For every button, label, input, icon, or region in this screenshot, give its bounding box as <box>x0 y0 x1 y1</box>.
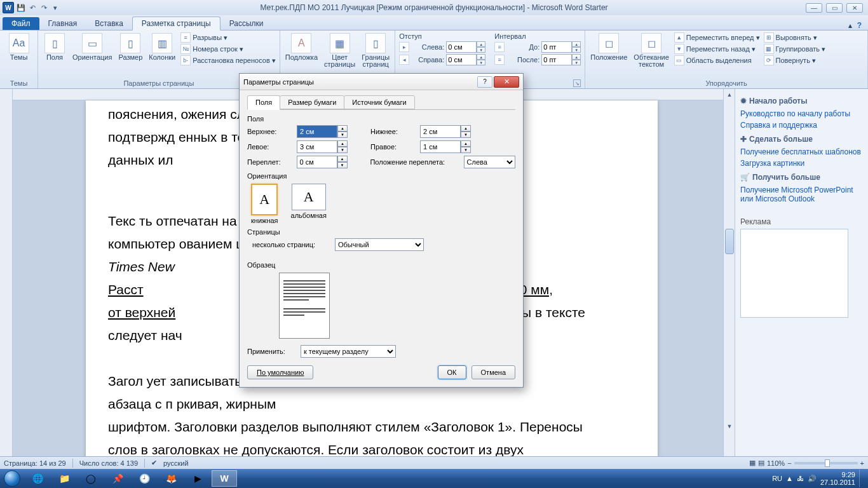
tb-ie-icon[interactable]: 🌐 <box>25 470 50 487</box>
dlg-tab-source[interactable]: Источник бумаги <box>344 95 414 109</box>
tab-page-layout[interactable]: Разметка страницы <box>132 17 220 30</box>
ok-button[interactable]: ОК <box>438 365 466 379</box>
down-icon[interactable]: ▼ <box>572 47 581 53</box>
spacing-before-spin[interactable]: ▲▼ <box>541 41 581 53</box>
indent-right-input[interactable] <box>446 54 477 65</box>
status-proofing-icon[interactable]: ✔ <box>151 459 157 467</box>
down-icon[interactable]: ▼ <box>461 147 471 153</box>
tb-explorer-icon[interactable]: 📁 <box>51 470 77 487</box>
page-borders-button[interactable]: ▯Границы страниц <box>360 32 391 69</box>
sp-link-templates[interactable]: Получение бесплатных шаблонов <box>740 146 863 158</box>
input-bottom[interactable] <box>420 125 461 138</box>
tab-file[interactable]: Файл <box>3 17 39 30</box>
indent-left-input[interactable] <box>446 41 477 53</box>
zoom-in-icon[interactable]: + <box>860 459 864 467</box>
tb-clock-icon[interactable]: 🕘 <box>132 470 157 487</box>
start-button[interactable] <box>0 469 24 488</box>
select-gutter-pos[interactable]: Слева <box>464 156 515 168</box>
up-icon[interactable]: ▲ <box>477 41 485 47</box>
spacing-after-input[interactable] <box>541 54 572 65</box>
zoom-value[interactable]: 110% <box>767 459 785 467</box>
send-back-button[interactable]: ▼Переместить назад ▾ <box>674 43 760 55</box>
input-top[interactable] <box>297 125 337 138</box>
cancel-button[interactable]: Отмена <box>471 365 515 379</box>
down-icon[interactable]: ▼ <box>337 147 348 153</box>
up-icon[interactable]: ▲ <box>572 41 581 47</box>
down-icon[interactable]: ▼ <box>572 60 581 65</box>
ribbon-minimize-icon[interactable]: ▴ <box>848 21 852 30</box>
input-right[interactable] <box>420 140 461 153</box>
up-icon[interactable]: ▲ <box>477 54 485 60</box>
close-window-button[interactable]: ✕ <box>846 3 863 13</box>
scroll-down-icon[interactable]: ▼ <box>724 421 735 432</box>
align-button[interactable]: ⊞Выровнять ▾ <box>764 32 826 43</box>
qat-customize-icon[interactable]: ▾ <box>51 3 60 12</box>
sp-link-help[interactable]: Справка и поддержка <box>740 119 863 131</box>
zoom-thumb[interactable] <box>825 459 830 467</box>
up-icon[interactable]: ▲ <box>337 140 348 147</box>
line-numbers-button[interactable]: №Номера строк ▾ <box>180 43 275 55</box>
indent-right-spin[interactable]: ▲▼ <box>446 54 485 65</box>
undo-icon[interactable]: ↶ <box>28 3 37 12</box>
tab-home[interactable]: Главная <box>39 17 86 30</box>
down-icon[interactable]: ▼ <box>337 132 348 138</box>
group-button[interactable]: ▦Группировать ▾ <box>764 43 826 55</box>
input-gutter[interactable] <box>297 156 337 168</box>
dlg-tab-paper[interactable]: Размер бумаги <box>280 95 344 109</box>
hyphenation-button[interactable]: b-Расстановка переносов ▾ <box>180 55 275 66</box>
default-button[interactable]: По умолчанию <box>247 365 313 379</box>
spin-top[interactable]: ▲▼ <box>297 125 348 138</box>
status-lang[interactable]: русский <box>163 459 188 467</box>
vertical-scrollbar[interactable]: ▲ ▼ <box>723 89 735 458</box>
themes-button[interactable]: Aa Темы <box>6 32 32 62</box>
up-icon[interactable]: ▲ <box>337 125 348 132</box>
minimize-button[interactable]: — <box>806 3 822 13</box>
sp-link-guide[interactable]: Руководство по началу работы <box>740 108 863 119</box>
dialog-help-button[interactable]: ? <box>477 76 492 88</box>
up-icon[interactable]: ▲ <box>461 140 471 147</box>
bring-forward-button[interactable]: ▲Переместить вперед ▾ <box>674 32 760 43</box>
tab-mailings[interactable]: Рассылки <box>220 17 273 30</box>
margins-button[interactable]: ▯Поля <box>42 32 67 62</box>
tb-app1-icon[interactable]: ◯ <box>78 470 104 487</box>
input-left[interactable] <box>297 140 337 153</box>
maximize-button[interactable]: ▭ <box>826 3 843 13</box>
scroll-up-icon[interactable]: ▲ <box>724 89 735 100</box>
zoom-out-icon[interactable]: − <box>787 459 791 467</box>
spin-left[interactable]: ▲▼ <box>297 140 348 153</box>
redo-icon[interactable]: ↷ <box>39 3 48 12</box>
tb-word-icon[interactable]: W <box>212 470 237 487</box>
watermark-button[interactable]: AПодложка <box>284 32 319 62</box>
tab-insert[interactable]: Вставка <box>86 17 132 30</box>
view-web-icon[interactable]: ▤ <box>758 459 764 467</box>
tray-volume-icon[interactable]: 🔊 <box>808 475 817 483</box>
tb-media-icon[interactable]: ▶ <box>185 470 210 487</box>
breaks-button[interactable]: ≡Разрывы ▾ <box>180 32 275 43</box>
sp-link-clipart[interactable]: Загрузка картинки <box>740 158 863 169</box>
up-icon[interactable]: ▲ <box>337 156 348 162</box>
show-desktop[interactable] <box>859 470 864 487</box>
down-icon[interactable]: ▼ <box>337 162 348 168</box>
status-page[interactable]: Страница: 14 из 29 <box>4 459 66 467</box>
orient-portrait[interactable]: Aкнижная <box>251 184 278 224</box>
down-icon[interactable]: ▼ <box>461 132 471 138</box>
spacing-before-input[interactable] <box>541 41 572 53</box>
up-icon[interactable]: ▲ <box>572 54 581 60</box>
dialog-titlebar[interactable]: Параметры страницы ? ✕ <box>240 74 523 90</box>
columns-button[interactable]: ▥Колонки <box>147 32 177 62</box>
select-multi[interactable]: Обычный <box>335 238 424 251</box>
zoom-slider[interactable] <box>794 462 858 464</box>
dialog-close-button[interactable]: ✕ <box>494 76 519 88</box>
size-button[interactable]: ▯Размер <box>117 32 144 62</box>
page-color-button[interactable]: ▦Цвет страницы <box>323 32 356 69</box>
tb-firefox-icon[interactable]: 🦊 <box>158 470 184 487</box>
tb-pin-icon[interactable]: 📌 <box>105 470 130 487</box>
save-icon[interactable]: 💾 <box>17 3 25 12</box>
down-icon[interactable]: ▼ <box>477 47 485 53</box>
status-words[interactable]: Число слов: 4 139 <box>79 459 138 467</box>
paragraph-launcher[interactable]: ↘ <box>573 79 581 87</box>
view-print-icon[interactable]: ▦ <box>749 459 756 467</box>
spin-bottom[interactable]: ▲▼ <box>420 125 471 138</box>
spacing-after-spin[interactable]: ▲▼ <box>541 54 581 65</box>
dlg-tab-margins[interactable]: Поля <box>247 95 280 110</box>
